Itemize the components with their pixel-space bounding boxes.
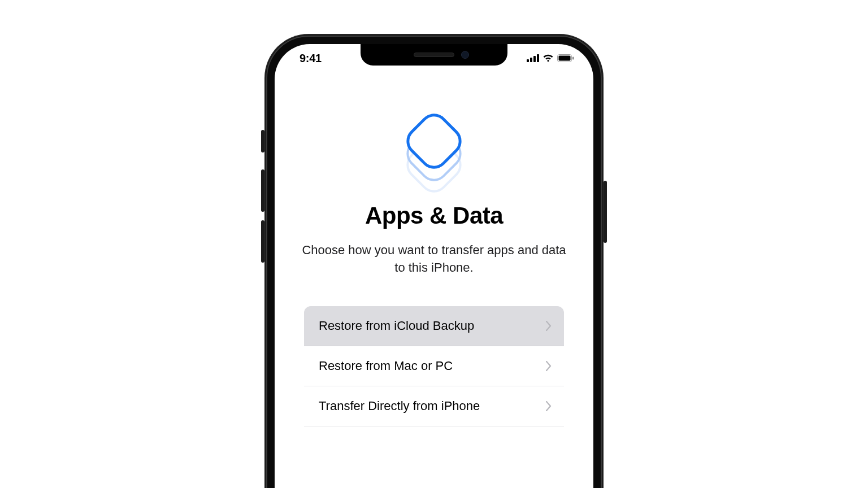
option-label: Restore from iCloud Backup [319,319,474,333]
svg-rect-0 [527,59,529,62]
cellular-icon [527,54,539,62]
earpiece-speaker [414,53,454,57]
chevron-right-icon [546,361,552,371]
page-title: Apps & Data [365,202,503,229]
silence-switch [261,130,264,152]
svg-rect-6 [572,57,574,60]
chevron-right-icon [546,401,552,411]
notch [361,44,507,66]
option-restore-mac-pc[interactable]: Restore from Mac or PC [304,346,564,386]
svg-rect-2 [533,56,536,62]
status-time: 9:41 [294,52,322,65]
side-button [604,181,607,243]
phone-screen: 9:41 [275,44,593,488]
iphone-frame: 9:41 [264,34,604,488]
apps-data-icon [403,117,465,185]
option-restore-icloud[interactable]: Restore from iCloud Backup [304,306,564,346]
chevron-right-icon [546,321,552,331]
svg-rect-5 [559,56,571,61]
page-subtitle: Choose how you want to transfer apps and… [301,242,567,277]
wifi-icon [542,54,554,62]
svg-rect-1 [530,58,532,62]
volume-down-button [261,220,264,263]
front-camera [461,51,469,59]
setup-content: Apps & Data Choose how you want to trans… [275,44,593,488]
option-label: Restore from Mac or PC [319,359,453,373]
option-label: Transfer Directly from iPhone [319,399,480,413]
volume-up-button [261,169,264,212]
svg-rect-3 [537,54,539,62]
status-indicators [527,54,574,62]
battery-icon [557,54,574,62]
option-transfer-iphone[interactable]: Transfer Directly from iPhone [304,386,564,426]
transfer-options-list: Restore from iCloud Backup Restore from … [304,306,564,426]
